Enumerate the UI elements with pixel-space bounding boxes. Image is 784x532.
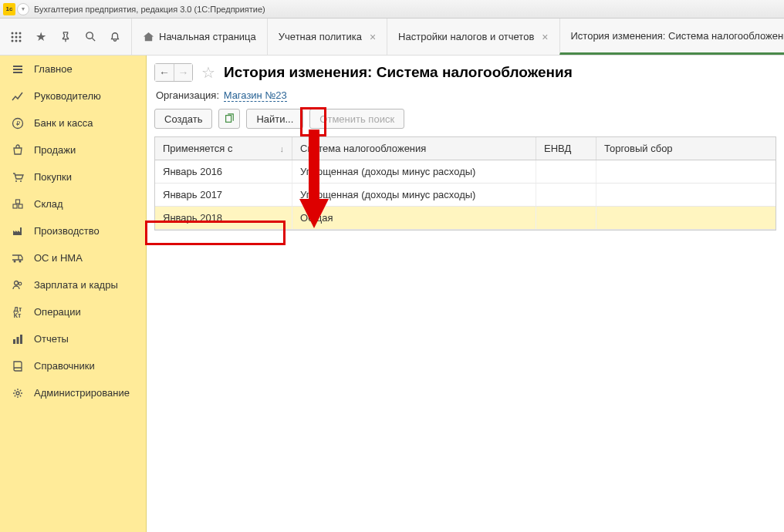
bell-icon[interactable] (103, 25, 127, 49)
tab-item-0[interactable]: Учетная политика × (267, 19, 387, 55)
col-trade-fee[interactable]: Торговый сбор (596, 137, 776, 160)
table-header: Применяется с ↓ Система налогообложения … (155, 137, 776, 160)
organization-row: Организация: Магазин №23 (154, 89, 784, 101)
action-row: Создать Найти... Отменить поиск (154, 109, 784, 129)
col-label: Торговый сбор (604, 143, 673, 154)
svg-point-14 (20, 180, 22, 182)
search-icon[interactable] (79, 25, 102, 49)
sidebar-item-reports[interactable]: Отчеты (0, 325, 146, 352)
svg-point-20 (15, 281, 19, 285)
sidebar-item-label: Администрирование (34, 387, 130, 399)
org-label: Организация: (156, 89, 219, 101)
svg-point-19 (19, 260, 22, 262)
sidebar-item-label: Операции (34, 306, 81, 318)
boxes-icon (11, 197, 25, 211)
chart-icon (11, 89, 25, 103)
col-label: Система налогообложения (300, 143, 426, 154)
table-cell (596, 207, 776, 229)
svg-rect-26 (226, 116, 231, 123)
apps-icon[interactable] (5, 25, 28, 49)
sidebar-item-label: Руководителю (34, 90, 101, 102)
svg-rect-23 (17, 337, 19, 344)
col-applied-from[interactable]: Применяется с ↓ (155, 137, 292, 160)
bag-icon (11, 143, 25, 157)
copy-button[interactable] (218, 109, 240, 129)
svg-rect-16 (19, 204, 22, 208)
svg-rect-15 (13, 204, 17, 208)
sidebar-item-purchases[interactable]: Покупки (0, 163, 146, 190)
sidebar-item-main[interactable]: Главное (0, 56, 146, 82)
sidebar-item-label: Отчеты (34, 333, 69, 345)
col-label: ЕНВД (544, 143, 571, 154)
sidebar-item-salary[interactable]: Зарплата и кадры (0, 271, 146, 298)
sidebar-item-bank[interactable]: ₽ Банк и касса (0, 109, 146, 136)
svg-line-10 (92, 38, 95, 41)
table-row[interactable]: Январь 2017Упрощенная (доходы минус расх… (155, 184, 776, 207)
nav-buttons: ← → (154, 63, 193, 82)
sidebar-item-directories[interactable]: Справочники (0, 352, 146, 379)
svg-point-1 (15, 32, 18, 34)
svg-rect-24 (20, 335, 22, 344)
svg-point-5 (19, 35, 22, 38)
svg-point-7 (15, 39, 18, 42)
table-row[interactable]: Январь 2016Упрощенная (доходы минус расх… (155, 160, 776, 184)
svg-rect-17 (16, 200, 20, 204)
window-dropdown-icon[interactable]: ▾ (17, 3, 29, 15)
sidebar-item-label: Главное (34, 63, 73, 75)
close-icon[interactable]: × (370, 31, 376, 43)
col-tax-system[interactable]: Система налогообложения (292, 137, 536, 160)
svg-point-8 (19, 39, 22, 42)
tab-item-2[interactable]: История изменения: Система налогообложен… (559, 19, 785, 55)
sidebar-item-label: Продажи (34, 144, 76, 156)
create-button[interactable]: Создать (154, 109, 212, 129)
favorite-star-icon[interactable]: ☆ (199, 63, 218, 82)
find-button[interactable]: Найти... (246, 109, 303, 129)
org-value-link[interactable]: Магазин №23 (224, 89, 287, 102)
tab-home[interactable]: Начальная страница (131, 19, 267, 55)
factory-icon (11, 224, 25, 238)
svg-point-18 (14, 260, 16, 262)
svg-point-25 (16, 392, 19, 395)
col-envd[interactable]: ЕНВД (536, 137, 596, 160)
people-icon (11, 278, 25, 292)
close-icon[interactable]: × (542, 31, 548, 43)
cancel-search-button[interactable]: Отменить поиск (309, 109, 404, 129)
svg-point-4 (15, 35, 18, 38)
sidebar-item-production[interactable]: Производство (0, 217, 146, 244)
main-content: ← → ☆ История изменения: Система налогоо… (147, 56, 784, 532)
ruble-icon: ₽ (11, 116, 25, 130)
sidebar-item-manager[interactable]: Руководителю (0, 82, 146, 109)
sidebar-item-label: Производство (34, 225, 100, 237)
sidebar-item-fixed-assets[interactable]: ОС и НМА (0, 244, 146, 271)
table-body: Январь 2016Упрощенная (доходы минус расх… (155, 160, 776, 230)
table-cell: Январь 2018 (155, 207, 292, 229)
tab-bar: Начальная страница Учетная политика × На… (131, 19, 784, 55)
pin-icon[interactable] (54, 25, 77, 49)
star-icon[interactable]: ★ (29, 25, 52, 49)
table-cell: Январь 2016 (155, 160, 292, 183)
svg-point-6 (12, 39, 14, 42)
tab-label: Настройки налогов и отчетов (398, 31, 534, 42)
svg-point-21 (19, 282, 22, 285)
table-cell: Общая (292, 207, 536, 229)
truck-icon (11, 251, 25, 265)
table-cell: Упрощенная (доходы минус расходы) (292, 160, 536, 183)
top-toolbar: ★ Начальная страница Учетная политика × … (0, 19, 784, 56)
tab-label: История изменения: Система налогообложен… (571, 30, 785, 42)
sidebar-item-admin[interactable]: Администрирование (0, 379, 146, 406)
table-cell (536, 160, 596, 183)
sidebar-item-warehouse[interactable]: Склад (0, 190, 146, 217)
sidebar-item-sales[interactable]: Продажи (0, 136, 146, 163)
table-cell (536, 207, 596, 229)
sidebar-item-label: Справочники (34, 360, 95, 372)
sort-arrow-icon: ↓ (280, 144, 285, 153)
sidebar-item-label: ОС и НМА (34, 252, 83, 264)
forward-button[interactable]: → (174, 64, 192, 81)
sidebar-item-operations[interactable]: ДтКт Операции (0, 298, 146, 325)
table-row[interactable]: Январь 2018Общая (155, 207, 776, 230)
tab-item-1[interactable]: Настройки налогов и отчетов × (387, 19, 559, 55)
svg-point-2 (19, 32, 22, 34)
bars-icon (11, 332, 25, 346)
back-button[interactable]: ← (155, 64, 174, 81)
table-cell (596, 160, 776, 183)
